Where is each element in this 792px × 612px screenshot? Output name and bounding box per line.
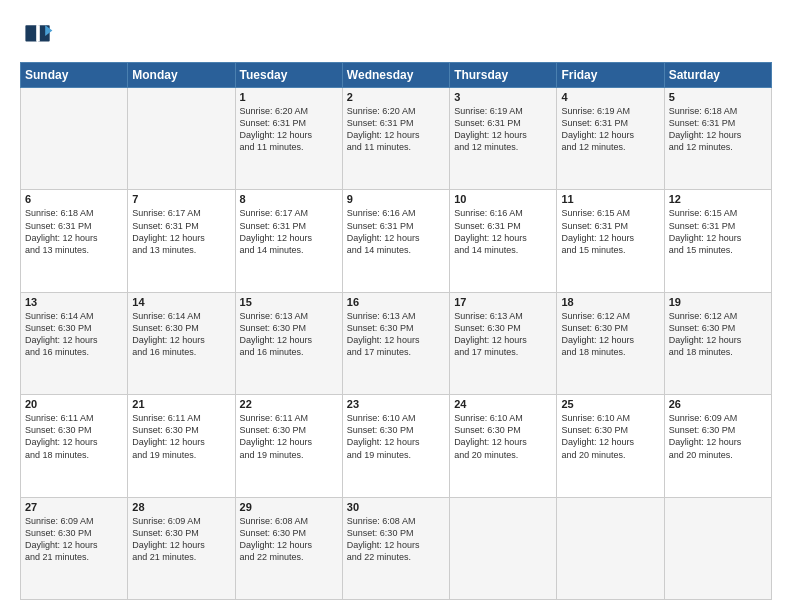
calendar-table: SundayMondayTuesdayWednesdayThursdayFrid… xyxy=(20,62,772,600)
day-number: 11 xyxy=(561,193,659,205)
day-info: Sunrise: 6:10 AM Sunset: 6:30 PM Dayligh… xyxy=(454,412,552,461)
calendar-cell: 10Sunrise: 6:16 AM Sunset: 6:31 PM Dayli… xyxy=(450,190,557,292)
calendar-cell: 8Sunrise: 6:17 AM Sunset: 6:31 PM Daylig… xyxy=(235,190,342,292)
day-number: 24 xyxy=(454,398,552,410)
day-number: 1 xyxy=(240,91,338,103)
day-number: 8 xyxy=(240,193,338,205)
day-number: 23 xyxy=(347,398,445,410)
day-number: 13 xyxy=(25,296,123,308)
calendar-cell: 6Sunrise: 6:18 AM Sunset: 6:31 PM Daylig… xyxy=(21,190,128,292)
day-number: 4 xyxy=(561,91,659,103)
day-info: Sunrise: 6:20 AM Sunset: 6:31 PM Dayligh… xyxy=(347,105,445,154)
calendar-cell: 20Sunrise: 6:11 AM Sunset: 6:30 PM Dayli… xyxy=(21,395,128,497)
calendar-cell: 19Sunrise: 6:12 AM Sunset: 6:30 PM Dayli… xyxy=(664,292,771,394)
day-number: 28 xyxy=(132,501,230,513)
calendar-cell: 27Sunrise: 6:09 AM Sunset: 6:30 PM Dayli… xyxy=(21,497,128,599)
day-info: Sunrise: 6:16 AM Sunset: 6:31 PM Dayligh… xyxy=(454,207,552,256)
calendar-week-5: 27Sunrise: 6:09 AM Sunset: 6:30 PM Dayli… xyxy=(21,497,772,599)
page: SundayMondayTuesdayWednesdayThursdayFrid… xyxy=(0,0,792,612)
day-number: 21 xyxy=(132,398,230,410)
calendar-header-sunday: Sunday xyxy=(21,63,128,88)
calendar-header-monday: Monday xyxy=(128,63,235,88)
calendar-cell: 14Sunrise: 6:14 AM Sunset: 6:30 PM Dayli… xyxy=(128,292,235,394)
calendar-week-3: 13Sunrise: 6:14 AM Sunset: 6:30 PM Dayli… xyxy=(21,292,772,394)
day-info: Sunrise: 6:09 AM Sunset: 6:30 PM Dayligh… xyxy=(132,515,230,564)
day-info: Sunrise: 6:10 AM Sunset: 6:30 PM Dayligh… xyxy=(347,412,445,461)
day-number: 9 xyxy=(347,193,445,205)
day-number: 22 xyxy=(240,398,338,410)
day-number: 3 xyxy=(454,91,552,103)
day-info: Sunrise: 6:16 AM Sunset: 6:31 PM Dayligh… xyxy=(347,207,445,256)
calendar-cell: 24Sunrise: 6:10 AM Sunset: 6:30 PM Dayli… xyxy=(450,395,557,497)
calendar-cell: 18Sunrise: 6:12 AM Sunset: 6:30 PM Dayli… xyxy=(557,292,664,394)
calendar-cell xyxy=(557,497,664,599)
day-info: Sunrise: 6:13 AM Sunset: 6:30 PM Dayligh… xyxy=(347,310,445,359)
day-number: 5 xyxy=(669,91,767,103)
calendar-cell: 21Sunrise: 6:11 AM Sunset: 6:30 PM Dayli… xyxy=(128,395,235,497)
calendar-week-2: 6Sunrise: 6:18 AM Sunset: 6:31 PM Daylig… xyxy=(21,190,772,292)
day-info: Sunrise: 6:19 AM Sunset: 6:31 PM Dayligh… xyxy=(454,105,552,154)
calendar-cell: 4Sunrise: 6:19 AM Sunset: 6:31 PM Daylig… xyxy=(557,88,664,190)
day-number: 7 xyxy=(132,193,230,205)
day-number: 17 xyxy=(454,296,552,308)
day-number: 6 xyxy=(25,193,123,205)
day-info: Sunrise: 6:12 AM Sunset: 6:30 PM Dayligh… xyxy=(669,310,767,359)
day-number: 26 xyxy=(669,398,767,410)
logo-icon xyxy=(20,18,56,54)
header xyxy=(20,18,772,54)
svg-rect-2 xyxy=(36,25,40,41)
day-number: 2 xyxy=(347,91,445,103)
day-info: Sunrise: 6:12 AM Sunset: 6:30 PM Dayligh… xyxy=(561,310,659,359)
day-info: Sunrise: 6:20 AM Sunset: 6:31 PM Dayligh… xyxy=(240,105,338,154)
calendar-cell xyxy=(21,88,128,190)
day-info: Sunrise: 6:17 AM Sunset: 6:31 PM Dayligh… xyxy=(132,207,230,256)
day-info: Sunrise: 6:11 AM Sunset: 6:30 PM Dayligh… xyxy=(25,412,123,461)
calendar-week-1: 1Sunrise: 6:20 AM Sunset: 6:31 PM Daylig… xyxy=(21,88,772,190)
day-info: Sunrise: 6:15 AM Sunset: 6:31 PM Dayligh… xyxy=(561,207,659,256)
logo xyxy=(20,18,62,54)
calendar-cell: 15Sunrise: 6:13 AM Sunset: 6:30 PM Dayli… xyxy=(235,292,342,394)
day-number: 20 xyxy=(25,398,123,410)
day-number: 12 xyxy=(669,193,767,205)
day-info: Sunrise: 6:18 AM Sunset: 6:31 PM Dayligh… xyxy=(669,105,767,154)
calendar-cell: 12Sunrise: 6:15 AM Sunset: 6:31 PM Dayli… xyxy=(664,190,771,292)
calendar-cell: 29Sunrise: 6:08 AM Sunset: 6:30 PM Dayli… xyxy=(235,497,342,599)
calendar-cell: 23Sunrise: 6:10 AM Sunset: 6:30 PM Dayli… xyxy=(342,395,449,497)
svg-rect-0 xyxy=(25,25,37,41)
day-info: Sunrise: 6:10 AM Sunset: 6:30 PM Dayligh… xyxy=(561,412,659,461)
calendar-header-tuesday: Tuesday xyxy=(235,63,342,88)
calendar-cell: 22Sunrise: 6:11 AM Sunset: 6:30 PM Dayli… xyxy=(235,395,342,497)
day-number: 29 xyxy=(240,501,338,513)
calendar-cell xyxy=(128,88,235,190)
day-number: 27 xyxy=(25,501,123,513)
day-number: 19 xyxy=(669,296,767,308)
day-number: 30 xyxy=(347,501,445,513)
day-info: Sunrise: 6:11 AM Sunset: 6:30 PM Dayligh… xyxy=(240,412,338,461)
day-info: Sunrise: 6:13 AM Sunset: 6:30 PM Dayligh… xyxy=(454,310,552,359)
calendar-cell: 9Sunrise: 6:16 AM Sunset: 6:31 PM Daylig… xyxy=(342,190,449,292)
day-info: Sunrise: 6:08 AM Sunset: 6:30 PM Dayligh… xyxy=(347,515,445,564)
day-info: Sunrise: 6:15 AM Sunset: 6:31 PM Dayligh… xyxy=(669,207,767,256)
calendar-cell: 26Sunrise: 6:09 AM Sunset: 6:30 PM Dayli… xyxy=(664,395,771,497)
calendar-cell: 3Sunrise: 6:19 AM Sunset: 6:31 PM Daylig… xyxy=(450,88,557,190)
calendar-cell xyxy=(450,497,557,599)
calendar-week-4: 20Sunrise: 6:11 AM Sunset: 6:30 PM Dayli… xyxy=(21,395,772,497)
calendar-cell: 7Sunrise: 6:17 AM Sunset: 6:31 PM Daylig… xyxy=(128,190,235,292)
day-info: Sunrise: 6:14 AM Sunset: 6:30 PM Dayligh… xyxy=(132,310,230,359)
day-number: 10 xyxy=(454,193,552,205)
day-info: Sunrise: 6:09 AM Sunset: 6:30 PM Dayligh… xyxy=(25,515,123,564)
calendar-header-thursday: Thursday xyxy=(450,63,557,88)
day-info: Sunrise: 6:18 AM Sunset: 6:31 PM Dayligh… xyxy=(25,207,123,256)
calendar-cell: 16Sunrise: 6:13 AM Sunset: 6:30 PM Dayli… xyxy=(342,292,449,394)
calendar-cell: 13Sunrise: 6:14 AM Sunset: 6:30 PM Dayli… xyxy=(21,292,128,394)
calendar-cell: 5Sunrise: 6:18 AM Sunset: 6:31 PM Daylig… xyxy=(664,88,771,190)
calendar-header-friday: Friday xyxy=(557,63,664,88)
day-info: Sunrise: 6:13 AM Sunset: 6:30 PM Dayligh… xyxy=(240,310,338,359)
day-info: Sunrise: 6:09 AM Sunset: 6:30 PM Dayligh… xyxy=(669,412,767,461)
calendar-cell xyxy=(664,497,771,599)
calendar-header-wednesday: Wednesday xyxy=(342,63,449,88)
calendar-cell: 28Sunrise: 6:09 AM Sunset: 6:30 PM Dayli… xyxy=(128,497,235,599)
day-number: 25 xyxy=(561,398,659,410)
calendar-cell: 30Sunrise: 6:08 AM Sunset: 6:30 PM Dayli… xyxy=(342,497,449,599)
day-info: Sunrise: 6:11 AM Sunset: 6:30 PM Dayligh… xyxy=(132,412,230,461)
